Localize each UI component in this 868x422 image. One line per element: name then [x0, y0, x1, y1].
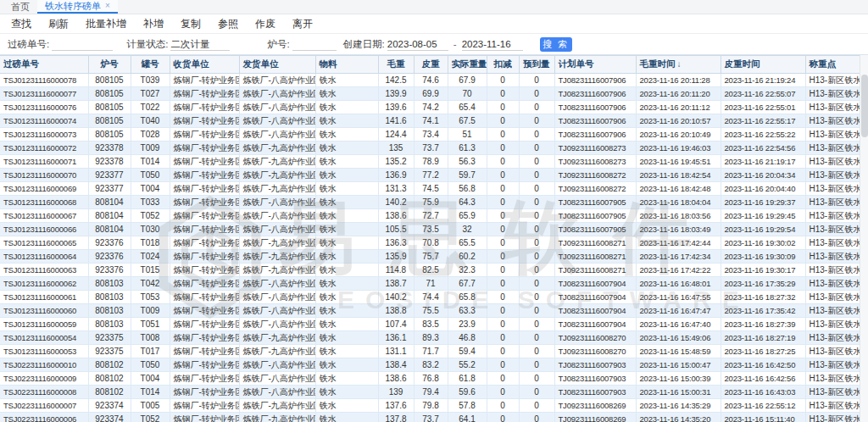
table-cell: 23.9	[448, 318, 487, 331]
table-cell: 铁水	[315, 386, 378, 399]
table-cell: 0	[519, 358, 554, 372]
table-cell: 2023-11-16 19:29:37	[721, 196, 805, 209]
table-row[interactable]: TSJ02231116000008808102T014炼钢厂-转炉业务区炼铁厂-…	[0, 386, 868, 399]
column-header[interactable]: 皮重时间	[721, 56, 805, 74]
reference-button[interactable]: 参照	[214, 17, 242, 31]
table-cell: 2023-11-16 16:47:55	[636, 291, 721, 304]
tab-home[interactable]: 首页	[3, 0, 37, 14]
tab-active-label: 铁水转序磅单	[45, 0, 101, 13]
table-cell: 铁水	[315, 128, 378, 142]
table-row[interactable]: TSJ01231116000065923376T018炼钢厂-转炉业务区炼铁厂-…	[0, 236, 868, 250]
table-cell: TSJ02231116000008	[0, 386, 88, 399]
table-row[interactable]: TSJ01231116000077808105T027炼钢厂-转炉业务区炼铁厂-…	[0, 87, 868, 101]
table-row[interactable]: TSJ01231116000059808103T051炼钢厂-转炉业务区炼铁厂-…	[0, 318, 868, 331]
table-cell: T040	[131, 114, 170, 128]
table-cell: 炼钢厂-转炉业务区	[170, 223, 239, 236]
table-cell: H13-新区铁水秤	[805, 236, 868, 250]
table-row[interactable]: TSJ02231116000006923374T052炼钢厂-转炉业务区炼铁厂-…	[0, 413, 868, 422]
table-cell: TJ09231116008271	[554, 236, 636, 250]
table-cell: 64.1	[448, 413, 487, 422]
table-row[interactable]: TSJ01231116000074808105T040炼钢厂-转炉业务区炼铁厂-…	[0, 114, 868, 128]
table-row[interactable]: TSJ01231116000069923377T004炼钢厂-转炉业务区炼铁厂-…	[0, 182, 868, 196]
date-to-input[interactable]: 2023-11-16	[462, 38, 523, 51]
tab-iron-transfer-ticket[interactable]: 铁水转序磅单 ×	[37, 0, 118, 14]
table-cell: TJ09231116008270	[554, 331, 636, 345]
table-row[interactable]: TSJ02231116000007923374T005炼钢厂-转炉业务区炼铁厂-…	[0, 399, 868, 413]
search-button[interactable]: 搜 索	[540, 37, 572, 52]
table-cell: 铁水	[315, 250, 378, 264]
table-row[interactable]: TSJ01231116000068808104T033炼钢厂-转炉业务区炼铁厂-…	[0, 196, 868, 209]
column-header[interactable]: 称重点	[805, 56, 868, 74]
table-row[interactable]: TSJ01231116000054923375T008炼钢厂-转炉业务区炼铁厂-…	[0, 331, 868, 345]
date-from-input[interactable]: 2023-08-05	[387, 38, 448, 51]
table-row[interactable]: TSJ01231116000064923376T024炼钢厂-转炉业务区炼铁厂-…	[0, 250, 868, 264]
table-cell: 140.2	[378, 196, 414, 209]
table-cell: 808104	[88, 209, 131, 223]
column-header[interactable]: 扣减	[487, 56, 519, 74]
table-cell: 炼铁厂-九高炉作业区	[239, 413, 315, 422]
column-header[interactable]: 毛重	[378, 56, 414, 74]
vertical-scrollbar[interactable]	[860, 55, 868, 422]
table-row[interactable]: TSJ02231116000009808102T004炼钢厂-转炉业务区炼铁厂-…	[0, 372, 868, 386]
table-row[interactable]: TSJ01231116000067808104T052炼钢厂-转炉业务区炼铁厂-…	[0, 209, 868, 223]
table-cell: 炼铁厂-八高炉作业区	[239, 128, 315, 142]
table-cell: 2023-11-16 19:29:54	[721, 223, 805, 236]
table-row[interactable]: TSJ01231116000078808105T039炼钢厂-转炉业务区炼铁厂-…	[0, 74, 868, 87]
table-cell: 73.7	[414, 413, 448, 422]
table-cell: 2023-11-16 15:00:47	[636, 358, 721, 372]
column-header[interactable]: 物料	[315, 56, 378, 74]
weigh-no-input[interactable]	[52, 38, 113, 51]
refresh-button[interactable]: 刷新	[45, 17, 72, 31]
table-cell: TJ08231116007904	[554, 304, 636, 318]
furnace-no-input[interactable]	[292, 38, 337, 51]
column-header[interactable]: 皮重	[414, 56, 448, 74]
table-row[interactable]: TSJ01231116000076808105T022炼钢厂-转炉业务区炼铁厂-…	[0, 101, 868, 114]
table-row[interactable]: TSJ01231116000060808103T009炼钢厂-转炉业务区炼铁厂-…	[0, 304, 868, 318]
table-row[interactable]: TSJ02231116000010808102T050炼钢厂-转炉业务区炼铁厂-…	[0, 358, 868, 372]
batch-supplement-button[interactable]: 批量补增	[82, 17, 130, 31]
table-cell: T052	[131, 413, 170, 422]
table-cell: 808105	[88, 114, 131, 128]
copy-button[interactable]: 复制	[177, 17, 204, 31]
table-cell: 923375	[88, 331, 131, 345]
column-header[interactable]: 收货单位	[170, 56, 239, 74]
table-row[interactable]: TSJ01231116000073808105T028炼钢厂-转炉业务区炼铁厂-…	[0, 128, 868, 142]
table-row[interactable]: TSJ01231116000066808104T030炼钢厂-转炉业务区炼铁厂-…	[0, 223, 868, 236]
scrollbar-thumb[interactable]	[861, 75, 868, 137]
table-cell: 铁水	[315, 399, 378, 413]
table-cell: 2023-11-16 18:42:54	[636, 169, 721, 182]
table-cell: 2023-11-16 20:10:49	[636, 128, 721, 142]
table-cell: 铁水	[315, 358, 378, 372]
column-header[interactable]: 发货单位	[239, 56, 315, 74]
table-row[interactable]: TSJ01231116000070923377T050炼钢厂-转炉业务区炼铁厂-…	[0, 169, 868, 182]
table-row[interactable]: TSJ01231116000071923378T014炼钢厂-转炉业务区炼铁厂-…	[0, 155, 868, 169]
table-cell: 炼铁厂-八高炉作业区	[239, 291, 315, 304]
supplement-button[interactable]: 补增	[140, 17, 167, 31]
column-header[interactable]: 罐号	[131, 56, 170, 74]
table-row[interactable]: TSJ01231116000072923378T009炼钢厂-转炉业务区炼铁厂-…	[0, 142, 868, 155]
void-button[interactable]: 作废	[252, 17, 279, 31]
column-header[interactable]: 过磅单号	[0, 56, 88, 74]
table-cell: 炼铁厂-九高炉作业区	[239, 182, 315, 196]
column-header[interactable]: 炉号	[88, 56, 131, 74]
table-row[interactable]: TSJ01231116000053923375T017炼钢厂-转炉业务区炼铁厂-…	[0, 345, 868, 358]
table-row[interactable]: TSJ01231116000061808103T053炼钢厂-转炉业务区炼铁厂-…	[0, 291, 868, 304]
table-row[interactable]: TSJ01231116000062808103T042炼钢厂-转炉业务区炼铁厂-…	[0, 277, 868, 291]
table-cell: 61.3	[448, 142, 487, 155]
column-header[interactable]: 实际重量	[448, 56, 487, 74]
close-tab-icon[interactable]: ×	[105, 2, 110, 10]
table-cell: TSJ02231116000010	[0, 358, 88, 372]
leave-button[interactable]: 离开	[289, 17, 316, 31]
table-cell: 142.5	[378, 74, 414, 87]
date-range-dash: -	[453, 39, 457, 49]
table-cell: 2023-11-16 19:46:03	[636, 142, 721, 155]
table-cell: 0	[487, 331, 519, 345]
table-row[interactable]: TSJ01231116000063923376T015炼钢厂-转炉业务区炼铁厂-…	[0, 264, 868, 277]
table-cell: TSJ01231116000078	[0, 74, 88, 87]
measure-status-input[interactable]: 二次计量	[170, 38, 230, 51]
column-header[interactable]: 预到量	[519, 56, 554, 74]
table-cell: T022	[131, 101, 170, 114]
column-header[interactable]: 毛重时间↓	[636, 56, 721, 74]
find-button[interactable]: 查找	[8, 17, 35, 31]
column-header[interactable]: 计划单号	[554, 56, 636, 74]
